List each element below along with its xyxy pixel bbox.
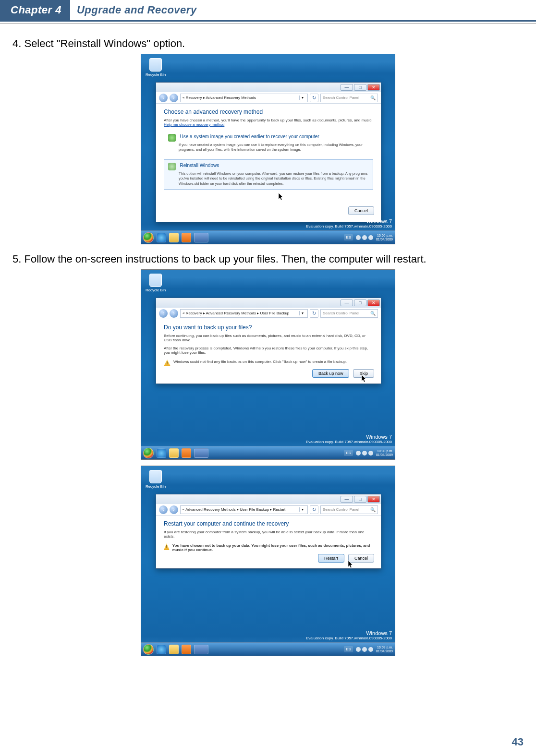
breadcrumb-dropdown-icon[interactable]: ▾ [299, 507, 305, 512]
maximize-button[interactable]: □ [354, 84, 366, 91]
recycle-bin-label: Recycle Bin [145, 484, 166, 489]
breadcrumb-dropdown-icon[interactable]: ▾ [299, 96, 305, 100]
restart-button[interactable]: Restart [318, 554, 344, 563]
help-link[interactable]: Help me choose a recovery method [164, 122, 224, 127]
taskbar-explorer-icon[interactable] [169, 233, 179, 242]
evaluation-watermark: Windows 7 Evaluation copy. Build 7057.wi… [306, 218, 392, 228]
taskbar-clock[interactable]: 10:08 p.m.01/04/2009 [376, 449, 393, 456]
cursor-icon [279, 193, 284, 202]
dialog-paragraph-2: After the recovery process is completed,… [164, 346, 373, 355]
skip-button[interactable]: Skip [353, 369, 374, 378]
option-system-image-title: Use a system image you created earlier t… [180, 134, 319, 139]
option-system-image[interactable]: Use a system image you created earlier t… [164, 131, 373, 156]
taskbar-ie-icon[interactable] [157, 645, 166, 654]
breadcrumb-dropdown-icon[interactable]: ▾ [299, 311, 305, 315]
recycle-bin-label: Recycle Bin [145, 72, 166, 77]
nav-forward-icon[interactable]: › [170, 309, 178, 318]
step-4-text: 4. Select "Reinstall Windows" option. [12, 37, 524, 50]
taskbar-media-icon[interactable] [182, 448, 191, 458]
recovery-dialog-3: — □ ✕ ‹ › « Advanced Recovery Methods ▸ … [156, 494, 381, 569]
nav-back-icon[interactable]: ‹ [159, 309, 168, 318]
minimize-button[interactable]: — [341, 496, 353, 503]
close-button[interactable]: ✕ [367, 496, 380, 503]
taskbar-ie-icon[interactable] [157, 233, 166, 242]
taskbar: ES 10:06 p.m.01/04/2009 [141, 230, 395, 244]
nav-back-icon[interactable]: ‹ [159, 94, 168, 102]
taskbar-app-icon[interactable] [194, 448, 208, 458]
taskbar-clock[interactable]: 10:09 p.m.01/04/2009 [376, 646, 393, 653]
close-button[interactable]: ✕ [367, 84, 380, 91]
breadcrumb-bar: ‹ › « Recovery ▸ Advanced Recovery Metho… [156, 92, 381, 104]
nav-back-icon[interactable]: ‹ [159, 505, 168, 514]
minimize-button[interactable]: — [341, 300, 353, 306]
taskbar-app-icon[interactable] [194, 645, 208, 654]
warning-row: ! Windows could not find any file backup… [164, 360, 373, 366]
start-button[interactable] [143, 644, 154, 655]
screenshot-3: Recycle Bin — □ ✕ ‹ › « Advanced Recover… [141, 466, 395, 656]
taskbar-app-icon[interactable] [194, 233, 208, 242]
breadcrumb[interactable]: « Recovery ▸ Advanced Recovery Methods ▸… [180, 309, 308, 318]
tray-icons[interactable] [356, 235, 373, 240]
search-input[interactable]: Search Control Panel 🔍 [320, 94, 378, 102]
taskbar-ie-icon[interactable] [157, 448, 166, 458]
dialog-heading: Do you want to back up your files? [164, 324, 373, 331]
warning-icon: ! [164, 543, 170, 550]
dialog-subtext: After you have chosen a method, you'll h… [164, 118, 373, 127]
evaluation-watermark: Windows 7 Evaluation copy. Build 7057.wi… [306, 630, 392, 640]
backup-now-button[interactable]: Back up now [312, 369, 350, 378]
tray-icons[interactable] [356, 647, 373, 652]
search-input[interactable]: Search Control Panel 🔍 [320, 309, 378, 318]
nav-forward-icon[interactable]: › [170, 94, 178, 102]
cancel-button[interactable]: Cancel [348, 554, 374, 563]
page-number: 43 [512, 736, 524, 748]
breadcrumb[interactable]: « Advanced Recovery Methods ▸ User File … [180, 505, 308, 514]
recycle-bin-icon[interactable]: Recycle Bin [145, 470, 166, 489]
maximize-button[interactable]: □ [354, 300, 366, 306]
breadcrumb-text: « Recovery ▸ Advanced Recovery Methods [183, 96, 256, 100]
taskbar: ES 10:09 p.m.01/04/2009 [141, 642, 395, 656]
warning-text: You have chosen not to back up your data… [172, 543, 373, 552]
breadcrumb[interactable]: « Recovery ▸ Advanced Recovery Methods ▾ [180, 94, 308, 102]
screenshot-2: Recycle Bin — □ ✕ ‹ › « Recovery ▸ Advan… [141, 269, 395, 460]
dialog-heading: Choose an advanced recovery method [164, 108, 373, 115]
recycle-bin-icon[interactable]: Recycle Bin [145, 274, 166, 292]
start-button[interactable] [143, 232, 154, 243]
taskbar-explorer-icon[interactable] [169, 645, 179, 654]
taskbar-clock[interactable]: 10:06 p.m.01/04/2009 [376, 234, 393, 241]
taskbar-media-icon[interactable] [182, 645, 191, 654]
maximize-button[interactable]: □ [354, 496, 366, 503]
breadcrumb-bar: ‹ › « Advanced Recovery Methods ▸ User F… [156, 504, 381, 516]
refresh-icon[interactable]: ↻ [310, 94, 318, 102]
cancel-button[interactable]: Cancel [348, 206, 374, 215]
window-titlebar: — □ ✕ [156, 494, 381, 504]
tray-icons[interactable] [356, 451, 373, 456]
breadcrumb-text: « Advanced Recovery Methods ▸ User File … [183, 507, 285, 512]
warning-icon: ! [164, 360, 171, 366]
warning-text: Windows could not find any file backups … [173, 360, 347, 364]
minimize-button[interactable]: — [341, 84, 353, 91]
taskbar-media-icon[interactable] [182, 233, 191, 242]
language-indicator[interactable]: ES [344, 234, 353, 240]
recycle-bin-icon[interactable]: Recycle Bin [145, 58, 166, 77]
dialog-heading: Restart your computer and continue the r… [164, 520, 373, 527]
system-image-icon [168, 134, 176, 142]
language-indicator[interactable]: ES [344, 450, 353, 456]
refresh-icon[interactable]: ↻ [310, 309, 318, 318]
recycle-bin-label: Recycle Bin [145, 288, 166, 292]
close-button[interactable]: ✕ [367, 300, 380, 306]
search-input[interactable]: Search Control Panel 🔍 [320, 505, 378, 514]
taskbar-explorer-icon[interactable] [169, 448, 179, 458]
dialog-paragraph-1: If you are restoring your computer from … [164, 530, 373, 539]
nav-forward-icon[interactable]: › [170, 505, 178, 514]
option-reinstall-title: Reinstall Windows [180, 163, 219, 168]
start-button[interactable] [143, 448, 154, 458]
search-icon: 🔍 [370, 311, 376, 316]
window-titlebar: — □ ✕ [156, 83, 381, 92]
taskbar: ES 10:08 p.m.01/04/2009 [141, 446, 395, 459]
recovery-dialog-1: — □ ✕ ‹ › « Recovery ▸ Advanced Recovery… [156, 82, 381, 222]
evaluation-watermark: Windows 7 Evaluation copy. Build 7057.wi… [306, 434, 392, 444]
option-reinstall-windows[interactable]: Reinstall Windows This option will reins… [164, 159, 373, 189]
language-indicator[interactable]: ES [344, 646, 353, 652]
option-system-image-desc: If you have created a system image, you … [168, 143, 369, 152]
refresh-icon[interactable]: ↻ [310, 505, 318, 514]
